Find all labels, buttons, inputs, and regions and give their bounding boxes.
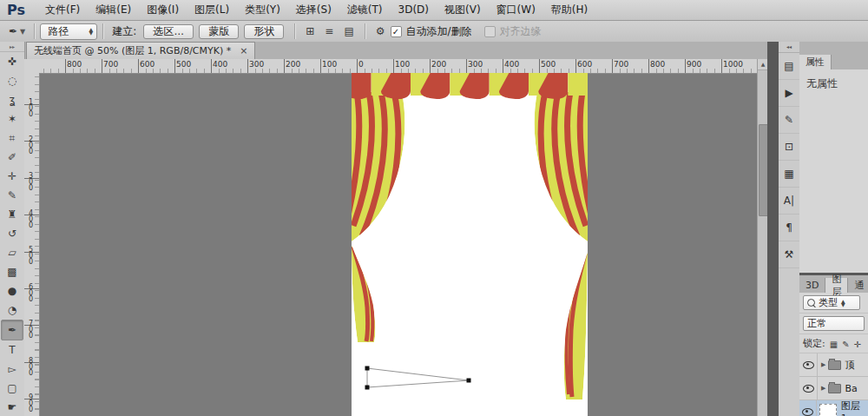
menu-item-3[interactable]: 图层(L) <box>187 3 237 16</box>
lock-paint-icon[interactable]: ✎ <box>842 340 849 349</box>
expand-triangle-icon[interactable]: ▶ <box>821 385 825 392</box>
layer-group-row[interactable]: ▶Ba <box>799 377 868 400</box>
menu-item-5[interactable]: 选择(S) <box>288 3 339 16</box>
layer-row[interactable]: 图层 1 <box>799 400 868 416</box>
crop-tool[interactable]: ⌗ <box>2 129 23 148</box>
h-ruler-label: 700 <box>103 60 118 69</box>
layers-tab-bar: 3D图层通 <box>799 275 868 293</box>
layer-thumbnail[interactable] <box>819 404 836 416</box>
menu-item-6[interactable]: 滤镜(T) <box>339 3 391 16</box>
ruler-origin-corner <box>24 59 40 74</box>
left-curtain-upper <box>352 92 404 245</box>
h-ruler-label: 200 <box>431 60 446 69</box>
lock-transparency-icon[interactable]: ▦ <box>830 340 838 349</box>
work-path-outline[interactable] <box>367 368 469 387</box>
menu-items: 文件(F)编辑(E)图像(I)图层(L)类型(Y)选择(S)滤镜(T)3D(D)… <box>37 3 595 17</box>
path-anchor-point[interactable] <box>365 366 370 371</box>
brush-tool[interactable]: ✎ <box>2 186 23 205</box>
gear-icon[interactable]: ⚙ <box>371 25 391 37</box>
menu-item-1[interactable]: 编辑(E) <box>88 3 139 16</box>
horizontal-ruler[interactable]: 8007006005004003002001000100200300400500… <box>39 59 757 74</box>
menu-item-8[interactable]: 视图(V) <box>437 3 489 16</box>
path-anchor-point[interactable] <box>365 386 370 390</box>
menu-item-7[interactable]: 3D(D) <box>391 3 437 16</box>
make-selection-button[interactable]: 选区… <box>143 24 194 39</box>
blur-tool[interactable]: ● <box>2 281 23 300</box>
tab-3d[interactable]: 3D <box>799 278 825 293</box>
h-ruler-label: 200 <box>286 60 300 69</box>
h-ruler-label: 1000 <box>723 60 743 69</box>
blend-mode-select[interactable]: 正常 <box>803 316 865 331</box>
pen-tool[interactable]: ✒ <box>1 320 23 340</box>
brush-panel-icon[interactable]: ✎ <box>779 107 799 134</box>
clone-stamp-tool[interactable]: ♜ <box>2 205 23 224</box>
close-icon[interactable]: × <box>240 45 247 56</box>
layer-filter-select[interactable]: 类型 ▲▼ <box>803 295 860 310</box>
path-anchor-point[interactable] <box>467 379 471 383</box>
eyedropper-tool[interactable]: ✐ <box>2 148 23 167</box>
healing-brush-tool[interactable]: ✛ <box>2 167 23 186</box>
move-tool[interactable]: ✜ <box>2 52 23 71</box>
lock-row: 锁定: ▦✎✛ <box>799 334 868 353</box>
h-ruler-label: 600 <box>577 60 592 69</box>
visibility-toggle[interactable] <box>799 377 818 399</box>
hand-tool[interactable]: ☛ <box>2 398 23 416</box>
eraser-tool[interactable]: ▱ <box>2 243 23 262</box>
menu-item-9[interactable]: 窗口(W) <box>489 3 543 16</box>
document-tab[interactable]: 无线端首页 @ 50% (图层 1, RGB/8/CMYK) * × <box>26 42 255 59</box>
clone-source-panel-icon[interactable]: ⊡ <box>779 134 799 161</box>
pen-path-overlay[interactable] <box>365 366 471 390</box>
auto-add-delete-checkbox[interactable]: ✓ <box>391 26 402 37</box>
v-ruler-label: 800 <box>27 358 35 376</box>
align-edges-checkbox[interactable] <box>484 26 496 37</box>
align-edges-label: 对齐边缘 <box>500 24 542 39</box>
make-shape-button[interactable]: 形状 <box>244 24 284 39</box>
v-ruler-label: 500 <box>27 247 35 265</box>
path-alignment-icon[interactable]: ≡ <box>319 25 339 37</box>
type-tool[interactable]: T <box>2 340 23 360</box>
vertical-ruler[interactable]: 100200300400500600700800900 <box>24 73 40 416</box>
tab-layers[interactable]: 图层 <box>825 278 848 293</box>
layer-comps-panel-icon[interactable]: ▦ <box>779 161 799 188</box>
expand-panels-icon[interactable]: ◂◂ <box>779 42 799 53</box>
document-canvas[interactable] <box>352 73 588 416</box>
marquee-tool[interactable]: ◌ <box>2 71 23 90</box>
menu-item-10[interactable]: 帮助(H) <box>543 3 595 16</box>
visibility-toggle[interactable] <box>799 353 818 376</box>
tool-mode-select[interactable]: 路径 ▲▼ <box>40 23 97 40</box>
tool-presets-panel-icon[interactable]: ⚒ <box>779 241 799 268</box>
path-operations-icon[interactable]: ⊞ <box>300 25 319 37</box>
visibility-toggle[interactable] <box>799 400 817 416</box>
lock-position-icon[interactable]: ✛ <box>854 340 861 349</box>
h-ruler-label: 300 <box>249 60 264 69</box>
layer-label: 图层 1 <box>841 399 868 416</box>
path-arrange-icon[interactable]: ▤ <box>339 25 358 37</box>
menu-item-4[interactable]: 类型(Y) <box>237 3 288 16</box>
shape-tool[interactable]: ▢ <box>2 379 23 398</box>
make-mask-button[interactable]: 蒙版 <box>199 24 239 39</box>
valance-stripes <box>352 73 588 99</box>
tab-properties[interactable]: 属性 <box>799 55 832 69</box>
paragraph-panel-icon[interactable]: ¶ <box>779 215 799 241</box>
expand-triangle-icon[interactable]: ▶ <box>821 361 825 368</box>
path-selection-tool[interactable]: ▻ <box>2 360 23 379</box>
toolbox-grip[interactable]: ▸▸ <box>0 42 24 52</box>
dodge-tool[interactable]: ◔ <box>2 300 23 320</box>
folder-icon <box>828 360 841 370</box>
actions-panel-icon[interactable]: ▶ <box>779 80 799 107</box>
properties-tab-bar: 属性 <box>799 42 868 69</box>
history-brush-tool[interactable]: ↺ <box>2 224 23 243</box>
menu-item-2[interactable]: 图像(I) <box>139 3 187 16</box>
h-ruler-label: 400 <box>504 60 519 69</box>
layer-group-row[interactable]: ▶顶 <box>799 353 868 377</box>
gradient-tool[interactable]: ▩ <box>2 262 23 281</box>
current-tool-button[interactable]: ✒ ▼ <box>0 25 29 37</box>
history-panel-icon[interactable]: ▤ <box>779 53 799 80</box>
blend-mode-row: 正常 <box>799 314 868 334</box>
layers-panel: 类型 ▲▼ 正常 锁定: ▦✎✛ ▶顶▶Ba图层 1 <box>799 293 868 416</box>
magic-wand-tool[interactable]: ✶ <box>2 109 23 129</box>
lasso-tool[interactable]: ʓ <box>2 90 23 109</box>
tab-channels[interactable]: 通 <box>848 278 868 293</box>
character-panel-icon[interactable]: A| <box>779 188 799 215</box>
menu-item-0[interactable]: 文件(F) <box>37 3 88 16</box>
